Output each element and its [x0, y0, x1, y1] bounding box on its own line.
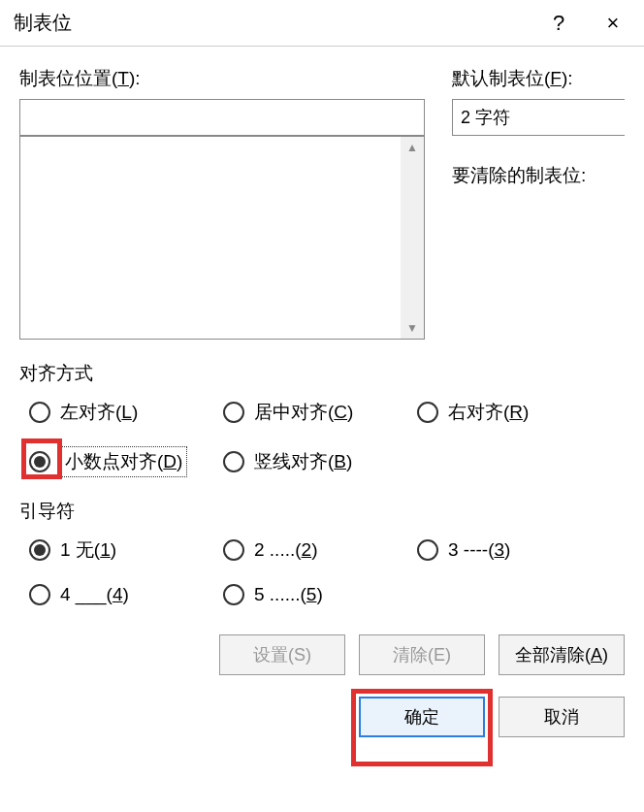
default-tab-input[interactable]: [453, 100, 644, 135]
titlebar: 制表位 ? ×: [0, 0, 644, 47]
alignment-radio-label: 左对齐(L): [60, 400, 138, 425]
leader-radio-label: 4 ___(4): [60, 584, 129, 605]
close-button[interactable]: ×: [586, 0, 640, 47]
leader-radio-2[interactable]: 3 ----(3): [417, 537, 611, 563]
radio-circle-icon: [417, 402, 438, 423]
alignment-group: 左对齐(L)居中对齐(C)右对齐(R)小数点对齐(D)竖线对齐(B): [29, 400, 625, 477]
radio-circle-icon: [29, 451, 50, 472]
alignment-radio-1[interactable]: 居中对齐(C): [223, 400, 417, 425]
dialog-title: 制表位: [14, 10, 531, 36]
alignment-group-title: 对齐方式: [19, 361, 625, 386]
tab-position-list[interactable]: ▲ ▼: [19, 136, 425, 340]
alignment-radio-0[interactable]: 左对齐(L): [29, 400, 223, 425]
alignment-radio-label: 竖线对齐(B): [254, 449, 352, 474]
cancel-button[interactable]: 取消: [499, 697, 625, 737]
leader-radio-label: 5 ......(5): [254, 584, 323, 605]
clear-all-button[interactable]: 全部清除(A): [499, 634, 625, 675]
scroll-down-icon[interactable]: ▼: [406, 321, 418, 335]
radio-circle-icon: [29, 539, 50, 561]
radio-circle-icon: [223, 451, 244, 472]
leader-radio-0[interactable]: 1 无(1): [29, 537, 223, 563]
leader-radio-1[interactable]: 2 .....(2): [223, 537, 417, 563]
list-scrollbar[interactable]: ▲ ▼: [401, 137, 424, 339]
set-button[interactable]: 设置(S): [219, 634, 345, 675]
default-tab-label: 默认制表位(F):: [452, 66, 625, 91]
leader-group: 1 无(1)2 .....(2)3 ----(3)4 ___(4)5 .....…: [29, 537, 625, 605]
radio-circle-icon: [29, 584, 50, 605]
leader-radio-4[interactable]: 5 ......(5): [223, 584, 417, 605]
alignment-radio-4[interactable]: 竖线对齐(B): [223, 446, 417, 477]
ok-button[interactable]: 确定: [359, 697, 485, 737]
alignment-radio-label: 右对齐(R): [448, 400, 529, 425]
leader-group-title: 引导符: [19, 499, 625, 524]
tab-position-input[interactable]: [19, 99, 425, 136]
alignment-radio-2[interactable]: 右对齐(R): [417, 400, 611, 425]
to-clear-label: 要清除的制表位:: [452, 163, 625, 188]
radio-circle-icon: [223, 584, 244, 605]
alignment-radio-label: 小数点对齐(D): [60, 446, 187, 477]
radio-circle-icon: [223, 539, 244, 561]
leader-radio-label: 1 无(1): [60, 537, 116, 563]
help-button[interactable]: ?: [531, 0, 586, 47]
radio-circle-icon: [223, 402, 244, 423]
tab-position-label: 制表位位置(T):: [19, 66, 425, 91]
leader-radio-label: 3 ----(3): [448, 539, 510, 561]
alignment-radio-label: 居中对齐(C): [254, 400, 353, 425]
radio-circle-icon: [417, 539, 438, 561]
radio-circle-icon: [29, 402, 50, 423]
clear-button[interactable]: 清除(E): [359, 634, 485, 675]
leader-radio-label: 2 .....(2): [254, 539, 317, 561]
alignment-radio-3[interactable]: 小数点对齐(D): [29, 446, 223, 477]
leader-radio-3[interactable]: 4 ___(4): [29, 584, 223, 605]
scroll-up-icon[interactable]: ▲: [406, 141, 418, 154]
default-tab-spinner[interactable]: ▲ ▼: [452, 99, 625, 136]
